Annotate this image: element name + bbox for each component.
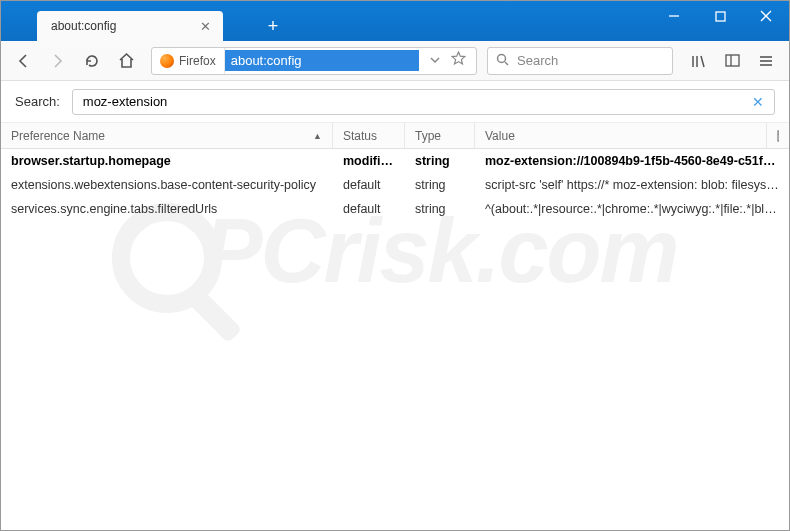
config-search-input[interactable]: [83, 94, 752, 109]
star-icon[interactable]: [451, 51, 466, 70]
search-bar[interactable]: Search: [487, 47, 673, 75]
cell-type: string: [405, 154, 475, 168]
svg-line-5: [505, 62, 508, 65]
svg-rect-9: [726, 55, 739, 66]
search-icon: [496, 53, 509, 69]
column-status[interactable]: Status: [333, 123, 405, 148]
column-type[interactable]: Type: [405, 123, 475, 148]
clear-search-icon[interactable]: ✕: [752, 94, 764, 110]
back-button[interactable]: [9, 46, 39, 76]
url-text[interactable]: about:config: [225, 50, 419, 71]
column-picker[interactable]: [767, 123, 789, 148]
cell-status: modified: [333, 154, 405, 168]
titlebar: about:config ✕ +: [1, 1, 789, 41]
firefox-icon: [160, 54, 174, 68]
url-bar[interactable]: Firefox about:config: [151, 47, 477, 75]
cell-status: default: [333, 178, 405, 192]
table-row[interactable]: services.sync.engine.tabs.filteredUrlsde…: [1, 197, 789, 221]
column-value[interactable]: Value: [475, 123, 767, 148]
table-row[interactable]: extensions.webextensions.base-content-se…: [1, 173, 789, 197]
maximize-button[interactable]: [697, 1, 743, 31]
close-tab-icon[interactable]: ✕: [200, 19, 211, 34]
navigation-toolbar: Firefox about:config Search: [1, 41, 789, 81]
sort-indicator-icon: ▲: [313, 131, 322, 141]
dropdown-icon[interactable]: [429, 52, 441, 70]
reload-button[interactable]: [77, 46, 107, 76]
svg-point-4: [498, 54, 506, 62]
cell-value: moz-extension://100894b9-1f5b-4560-8e49-…: [475, 154, 789, 168]
config-search-row: Search: ✕: [1, 81, 789, 123]
svg-line-8: [701, 56, 704, 67]
browser-tab[interactable]: about:config ✕: [37, 11, 223, 41]
new-tab-button[interactable]: +: [261, 14, 285, 38]
plus-icon: +: [268, 16, 279, 37]
cell-type: string: [405, 202, 475, 216]
config-search-box[interactable]: ✕: [72, 89, 775, 115]
url-actions: [419, 51, 476, 70]
svg-rect-1: [716, 12, 725, 21]
minimize-button[interactable]: [651, 1, 697, 31]
forward-button[interactable]: [43, 46, 73, 76]
svg-rect-14: [778, 131, 779, 141]
table-row[interactable]: browser.startup.homepagemodifiedstringmo…: [1, 149, 789, 173]
pref-table-body: browser.startup.homepagemodifiedstringmo…: [1, 149, 789, 221]
cell-name: extensions.webextensions.base-content-se…: [1, 178, 333, 192]
close-window-button[interactable]: [743, 1, 789, 31]
column-preference-name[interactable]: Preference Name ▲: [1, 123, 333, 148]
cell-value: script-src 'self' https://* moz-extensio…: [475, 178, 789, 192]
pref-table-header: Preference Name ▲ Status Type Value: [1, 123, 789, 149]
search-placeholder: Search: [517, 53, 558, 68]
brand-label: Firefox: [179, 54, 216, 68]
cell-type: string: [405, 178, 475, 192]
sidebar-button[interactable]: [717, 46, 747, 76]
cell-name: services.sync.engine.tabs.filteredUrls: [1, 202, 333, 216]
cell-name: browser.startup.homepage: [1, 154, 333, 168]
tab-title: about:config: [51, 19, 116, 33]
identity-box[interactable]: Firefox: [152, 48, 225, 74]
config-search-label: Search:: [15, 94, 60, 109]
menu-button[interactable]: [751, 46, 781, 76]
library-button[interactable]: [683, 46, 713, 76]
home-button[interactable]: [111, 46, 141, 76]
toolbar-right: [683, 46, 781, 76]
window-controls: [651, 1, 789, 31]
cell-status: default: [333, 202, 405, 216]
cell-value: ^(about:.*|resource:.*|chrome:.*|wyciwyg…: [475, 202, 789, 216]
